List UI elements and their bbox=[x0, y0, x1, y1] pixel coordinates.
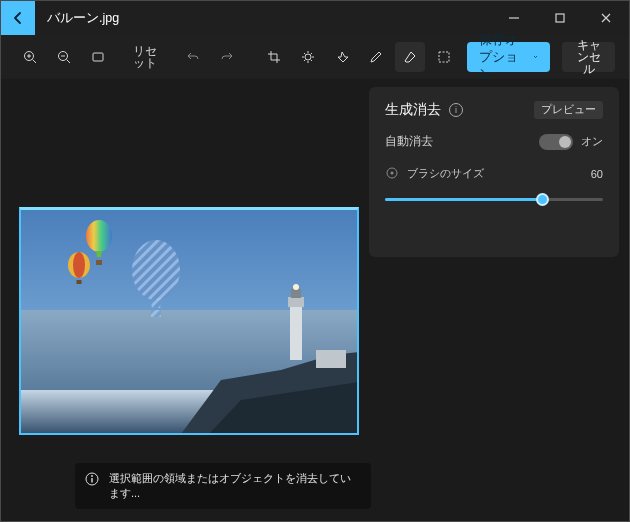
svg-rect-19 bbox=[77, 280, 82, 284]
undo-icon bbox=[185, 49, 201, 65]
svg-rect-14 bbox=[316, 350, 346, 368]
svg-rect-22 bbox=[151, 310, 161, 317]
chevron-down-icon bbox=[533, 52, 538, 62]
zoom-fit-button[interactable] bbox=[83, 42, 113, 72]
toolbar: リセット 保存オプション キャンセル bbox=[1, 35, 629, 79]
svg-point-15 bbox=[86, 220, 112, 252]
redo-icon bbox=[219, 49, 235, 65]
erase-button[interactable] bbox=[395, 42, 425, 72]
canvas-image bbox=[21, 210, 359, 434]
info-icon bbox=[85, 472, 99, 490]
window-controls bbox=[491, 1, 629, 35]
filter-button[interactable] bbox=[327, 42, 357, 72]
status-tip-text: 選択範囲の領域またはオブジェクトを消去しています... bbox=[109, 472, 351, 499]
close-icon bbox=[598, 10, 614, 26]
filter-icon bbox=[334, 49, 350, 65]
save-options-label: 保存オプション bbox=[479, 32, 525, 83]
auto-erase-label: 自動消去 bbox=[385, 133, 433, 150]
slider-thumb[interactable] bbox=[536, 193, 549, 206]
canvas-area: 選択範囲の領域またはオブジェクトを消去しています... bbox=[1, 79, 369, 521]
svg-rect-10 bbox=[290, 305, 302, 360]
slider-fill bbox=[385, 198, 542, 201]
brush-size-label: ブラシのサイズ bbox=[407, 168, 484, 179]
minimize-button[interactable] bbox=[491, 1, 537, 35]
image-canvas[interactable] bbox=[19, 207, 359, 435]
back-button[interactable] bbox=[1, 1, 35, 35]
zoom-out-button[interactable] bbox=[49, 42, 79, 72]
crop-icon bbox=[266, 49, 282, 65]
svg-point-18 bbox=[73, 252, 85, 278]
svg-rect-25 bbox=[91, 478, 92, 483]
close-button[interactable] bbox=[583, 1, 629, 35]
cancel-button[interactable]: キャンセル bbox=[562, 42, 615, 72]
remove-bg-button[interactable] bbox=[429, 42, 459, 72]
zoom-in-icon bbox=[22, 49, 38, 65]
svg-point-27 bbox=[391, 172, 394, 175]
main-area: 選択範囲の領域またはオブジェクトを消去しています... 生成消去 i プレビュー… bbox=[1, 79, 629, 521]
svg-point-4 bbox=[305, 54, 311, 60]
erase-panel: 生成消去 i プレビュー 自動消去 オン ブラシのサイズ 60 bbox=[369, 87, 619, 257]
maximize-icon bbox=[552, 10, 568, 26]
auto-erase-state: オン bbox=[581, 134, 603, 149]
svg-rect-0 bbox=[556, 14, 564, 22]
svg-point-21 bbox=[132, 240, 180, 300]
svg-rect-11 bbox=[288, 297, 304, 307]
preview-chip[interactable]: プレビュー bbox=[534, 101, 603, 119]
adjust-button[interactable] bbox=[293, 42, 323, 72]
fit-icon bbox=[90, 49, 106, 65]
title-bar: バルーン.jpg bbox=[1, 1, 629, 35]
save-options-button[interactable]: 保存オプション bbox=[467, 42, 550, 72]
minimize-icon bbox=[506, 10, 522, 26]
zoom-out-icon bbox=[56, 49, 72, 65]
svg-point-13 bbox=[293, 284, 299, 290]
brush-size-value: 60 bbox=[591, 168, 603, 180]
pencil-icon bbox=[368, 49, 384, 65]
brush-target-icon bbox=[385, 166, 399, 182]
svg-rect-5 bbox=[439, 52, 449, 62]
markup-button[interactable] bbox=[361, 42, 391, 72]
redo-button[interactable] bbox=[212, 42, 242, 72]
svg-point-24 bbox=[91, 475, 93, 477]
erase-icon bbox=[402, 49, 418, 65]
svg-rect-16 bbox=[96, 260, 102, 265]
svg-rect-12 bbox=[291, 289, 301, 298]
maximize-button[interactable] bbox=[537, 1, 583, 35]
sun-icon bbox=[300, 49, 316, 65]
zoom-in-button[interactable] bbox=[15, 42, 45, 72]
background-icon bbox=[436, 49, 452, 65]
brush-size-slider[interactable] bbox=[385, 190, 603, 208]
reset-button[interactable]: リセット bbox=[124, 42, 166, 72]
auto-erase-toggle[interactable] bbox=[539, 134, 573, 150]
status-tip: 選択範囲の領域またはオブジェクトを消去しています... bbox=[75, 463, 371, 509]
crop-button[interactable] bbox=[259, 42, 289, 72]
arrow-left-icon bbox=[10, 10, 26, 26]
undo-button[interactable] bbox=[178, 42, 208, 72]
svg-rect-3 bbox=[93, 53, 103, 61]
panel-info-icon[interactable]: i bbox=[449, 103, 463, 117]
panel-title: 生成消去 bbox=[385, 101, 441, 119]
window-title: バルーン.jpg bbox=[35, 10, 119, 27]
